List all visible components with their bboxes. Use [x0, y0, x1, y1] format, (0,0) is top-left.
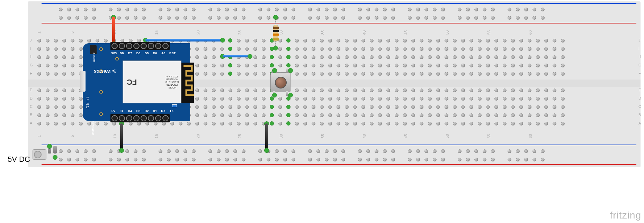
- tie-hole[interactable]: [353, 72, 357, 76]
- tie-hole[interactable]: [561, 47, 565, 51]
- rail-hole[interactable]: [208, 8, 212, 11]
- tie-hole[interactable]: [544, 72, 548, 76]
- rail-hole[interactable]: [192, 158, 196, 161]
- tie-hole[interactable]: [553, 113, 556, 117]
- rail-hole[interactable]: [117, 8, 121, 11]
- tie-hole[interactable]: [337, 97, 340, 101]
- rail-hole[interactable]: [242, 8, 245, 11]
- tie-hole[interactable]: [494, 39, 498, 43]
- tie-hole[interactable]: [337, 89, 340, 92]
- tie-hole[interactable]: [528, 39, 531, 43]
- rail-hole[interactable]: [175, 149, 179, 153]
- rail-hole[interactable]: [225, 16, 229, 20]
- rail-hole[interactable]: [333, 16, 337, 20]
- tie-hole[interactable]: [453, 55, 457, 59]
- tie-hole[interactable]: [395, 64, 399, 67]
- rail-hole[interactable]: [533, 149, 536, 153]
- tie-hole[interactable]: [528, 47, 531, 51]
- tie-hole[interactable]: [46, 72, 50, 76]
- tie-hole[interactable]: [195, 122, 199, 126]
- tie-hole[interactable]: [519, 105, 523, 109]
- rail-hole[interactable]: [184, 16, 187, 20]
- rail-hole[interactable]: [267, 8, 270, 11]
- tie-hole[interactable]: [436, 113, 440, 117]
- tie-hole[interactable]: [303, 105, 307, 109]
- tie-hole[interactable]: [469, 55, 473, 59]
- tie-hole[interactable]: [428, 113, 432, 117]
- tie-hole[interactable]: [503, 39, 507, 43]
- tie-hole[interactable]: [453, 39, 457, 43]
- tie-hole[interactable]: [528, 89, 531, 92]
- tie-hole[interactable]: [328, 113, 332, 117]
- tie-hole[interactable]: [37, 122, 41, 126]
- tie-hole[interactable]: [536, 89, 540, 92]
- rail-hole[interactable]: [242, 16, 245, 20]
- tie-hole[interactable]: [46, 47, 50, 51]
- tie-hole[interactable]: [469, 64, 473, 67]
- tie-hole[interactable]: [445, 105, 448, 109]
- tie-hole[interactable]: [519, 47, 523, 51]
- tie-hole[interactable]: [478, 89, 482, 92]
- tie-hole[interactable]: [428, 122, 432, 126]
- tie-hole[interactable]: [320, 55, 324, 59]
- tie-hole[interactable]: [395, 89, 399, 92]
- tie-hole[interactable]: [469, 97, 473, 101]
- tie-hole[interactable]: [337, 105, 340, 109]
- tie-hole[interactable]: [87, 122, 91, 126]
- rail-hole[interactable]: [175, 8, 179, 11]
- tie-hole[interactable]: [54, 97, 58, 101]
- rail-hole[interactable]: [159, 8, 162, 11]
- rail-hole[interactable]: [466, 158, 470, 161]
- rail-hole[interactable]: [325, 8, 329, 11]
- tie-hole[interactable]: [37, 89, 41, 92]
- rail-hole[interactable]: [391, 149, 395, 153]
- tie-hole[interactable]: [262, 89, 266, 92]
- rail-hole[interactable]: [258, 8, 262, 11]
- tie-hole[interactable]: [79, 97, 83, 101]
- tie-hole[interactable]: [494, 64, 498, 67]
- rail-hole[interactable]: [184, 149, 187, 153]
- tie-hole[interactable]: [62, 47, 66, 51]
- tie-hole[interactable]: [245, 122, 249, 126]
- tie-hole[interactable]: [461, 72, 465, 76]
- tie-hole[interactable]: [544, 39, 548, 43]
- tie-hole[interactable]: [486, 64, 490, 67]
- tie-hole[interactable]: [519, 113, 523, 117]
- tie-hole[interactable]: [461, 89, 465, 92]
- rail-hole[interactable]: [358, 16, 362, 20]
- tie-hole[interactable]: [195, 55, 199, 59]
- tie-hole[interactable]: [337, 72, 340, 76]
- tie-hole[interactable]: [353, 39, 357, 43]
- tie-hole[interactable]: [411, 89, 415, 92]
- tie-hole[interactable]: [195, 72, 199, 76]
- tie-hole[interactable]: [461, 64, 465, 67]
- tie-hole[interactable]: [204, 113, 207, 117]
- rail-hole[interactable]: [59, 149, 63, 153]
- tie-hole[interactable]: [71, 97, 74, 101]
- tie-hole[interactable]: [378, 122, 382, 126]
- tie-hole[interactable]: [312, 39, 315, 43]
- tie-hole[interactable]: [361, 55, 365, 59]
- tie-hole[interactable]: [328, 39, 332, 43]
- rail-hole[interactable]: [541, 149, 545, 153]
- rail-hole[interactable]: [533, 16, 536, 20]
- tie-hole[interactable]: [54, 113, 58, 117]
- tie-hole[interactable]: [361, 97, 365, 101]
- tie-hole[interactable]: [519, 64, 523, 67]
- rail-hole[interactable]: [541, 8, 545, 11]
- tie-hole[interactable]: [420, 105, 423, 109]
- tie-hole[interactable]: [79, 122, 83, 126]
- rail-hole[interactable]: [92, 16, 96, 20]
- tie-hole[interactable]: [403, 97, 407, 101]
- tie-hole[interactable]: [428, 105, 432, 109]
- rail-hole[interactable]: [59, 8, 63, 11]
- rail-hole[interactable]: [233, 149, 237, 153]
- tie-hole[interactable]: [370, 72, 374, 76]
- tie-hole[interactable]: [295, 55, 299, 59]
- tie-hole[interactable]: [312, 97, 315, 101]
- tie-hole[interactable]: [411, 122, 415, 126]
- rail-hole[interactable]: [258, 158, 262, 161]
- tie-hole[interactable]: [253, 105, 257, 109]
- tie-hole[interactable]: [511, 113, 515, 117]
- tie-hole[interactable]: [428, 72, 432, 76]
